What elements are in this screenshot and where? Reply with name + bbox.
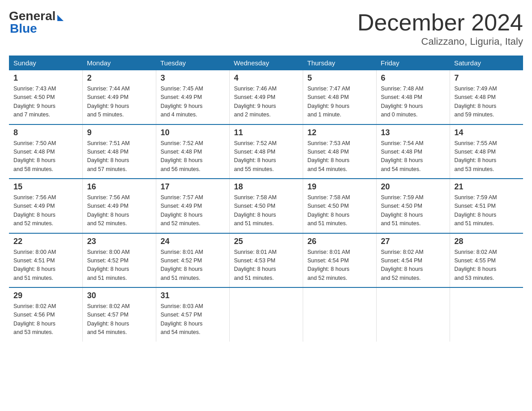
calendar-cell: 21Sunrise: 7:59 AM Sunset: 4:51 PM Dayli…	[450, 179, 523, 233]
day-info: Sunrise: 7:58 AM Sunset: 4:50 PM Dayligh…	[234, 193, 298, 228]
header-tuesday: Tuesday	[156, 56, 229, 70]
day-info: Sunrise: 8:02 AM Sunset: 4:56 PM Dayligh…	[13, 302, 78, 337]
header-sunday: Sunday	[9, 56, 82, 70]
calendar-cell: 24Sunrise: 8:01 AM Sunset: 4:52 PM Dayli…	[156, 233, 229, 288]
day-number: 26	[308, 237, 372, 246]
day-number: 8	[13, 128, 78, 137]
day-info: Sunrise: 8:02 AM Sunset: 4:57 PM Dayligh…	[87, 302, 151, 337]
calendar-cell: 2Sunrise: 7:44 AM Sunset: 4:49 PM Daylig…	[82, 70, 156, 124]
calendar-cell: 13Sunrise: 7:54 AM Sunset: 4:48 PM Dayli…	[376, 124, 450, 179]
calendar-cell: 10Sunrise: 7:52 AM Sunset: 4:48 PM Dayli…	[156, 124, 229, 179]
day-number: 7	[455, 73, 519, 83]
day-info: Sunrise: 7:46 AM Sunset: 4:49 PM Dayligh…	[234, 85, 298, 120]
location-title: Calizzano, Liguria, Italy	[357, 36, 523, 47]
day-number: 13	[381, 128, 445, 137]
day-number: 6	[381, 73, 445, 83]
calendar-cell: 26Sunrise: 8:01 AM Sunset: 4:54 PM Dayli…	[303, 233, 376, 288]
calendar-cell: 22Sunrise: 8:00 AM Sunset: 4:51 PM Dayli…	[9, 233, 82, 288]
calendar-cell: 11Sunrise: 7:52 AM Sunset: 4:48 PM Dayli…	[229, 124, 303, 179]
calendar-cell	[229, 287, 303, 342]
day-number: 28	[455, 237, 519, 246]
header-monday: Monday	[82, 56, 156, 70]
calendar-cell: 25Sunrise: 8:01 AM Sunset: 4:53 PM Dayli…	[229, 233, 303, 288]
calendar-cell: 7Sunrise: 7:49 AM Sunset: 4:48 PM Daylig…	[450, 70, 523, 124]
header-friday: Friday	[376, 56, 450, 70]
day-info: Sunrise: 8:03 AM Sunset: 4:57 PM Dayligh…	[161, 302, 225, 337]
title-block: December 2024 Calizzano, Liguria, Italy	[357, 9, 523, 47]
day-number: 1	[13, 73, 78, 83]
calendar-cell	[450, 287, 523, 342]
day-info: Sunrise: 7:58 AM Sunset: 4:50 PM Dayligh…	[308, 193, 372, 228]
calendar-cell: 16Sunrise: 7:56 AM Sunset: 4:49 PM Dayli…	[82, 179, 156, 233]
calendar-header-row: SundayMondayTuesdayWednesdayThursdayFrid…	[9, 56, 523, 70]
calendar-cell: 8Sunrise: 7:50 AM Sunset: 4:48 PM Daylig…	[9, 124, 82, 179]
day-info: Sunrise: 7:43 AM Sunset: 4:50 PM Dayligh…	[13, 85, 78, 120]
day-info: Sunrise: 7:59 AM Sunset: 4:50 PM Dayligh…	[381, 193, 445, 228]
logo-blue-text: Blue	[10, 21, 37, 36]
day-number: 12	[308, 128, 372, 137]
calendar-week-row: 15Sunrise: 7:56 AM Sunset: 4:49 PM Dayli…	[9, 179, 523, 233]
calendar-cell: 3Sunrise: 7:45 AM Sunset: 4:49 PM Daylig…	[156, 70, 229, 124]
day-info: Sunrise: 7:54 AM Sunset: 4:48 PM Dayligh…	[381, 139, 445, 174]
calendar-week-row: 22Sunrise: 8:00 AM Sunset: 4:51 PM Dayli…	[9, 233, 523, 288]
day-info: Sunrise: 7:56 AM Sunset: 4:49 PM Dayligh…	[13, 193, 78, 228]
month-title: December 2024	[357, 9, 523, 36]
day-number: 20	[381, 182, 445, 192]
calendar-cell: 4Sunrise: 7:46 AM Sunset: 4:49 PM Daylig…	[229, 70, 303, 124]
day-info: Sunrise: 7:50 AM Sunset: 4:48 PM Dayligh…	[13, 139, 78, 174]
day-number: 17	[161, 182, 225, 192]
calendar-cell: 28Sunrise: 8:02 AM Sunset: 4:55 PM Dayli…	[450, 233, 523, 288]
day-number: 18	[234, 182, 298, 192]
day-number: 23	[87, 237, 151, 246]
day-info: Sunrise: 7:59 AM Sunset: 4:51 PM Dayligh…	[455, 193, 519, 228]
calendar-cell: 29Sunrise: 8:02 AM Sunset: 4:56 PM Dayli…	[9, 287, 82, 342]
calendar-cell: 23Sunrise: 8:00 AM Sunset: 4:52 PM Dayli…	[82, 233, 156, 288]
day-number: 3	[161, 73, 225, 83]
day-number: 10	[161, 128, 225, 137]
day-number: 21	[455, 182, 519, 192]
header-saturday: Saturday	[450, 56, 523, 70]
day-info: Sunrise: 7:44 AM Sunset: 4:49 PM Dayligh…	[87, 85, 151, 120]
calendar-cell: 30Sunrise: 8:02 AM Sunset: 4:57 PM Dayli…	[82, 287, 156, 342]
day-info: Sunrise: 7:47 AM Sunset: 4:48 PM Dayligh…	[308, 85, 372, 120]
day-number: 24	[161, 237, 225, 246]
day-info: Sunrise: 8:01 AM Sunset: 4:52 PM Dayligh…	[161, 248, 225, 283]
day-number: 29	[13, 291, 78, 300]
page-header: General Blue December 2024 Calizzano, Li…	[9, 9, 523, 47]
day-number: 4	[234, 73, 298, 83]
day-info: Sunrise: 7:57 AM Sunset: 4:49 PM Dayligh…	[161, 193, 225, 228]
day-number: 15	[13, 182, 78, 192]
day-info: Sunrise: 7:52 AM Sunset: 4:48 PM Dayligh…	[234, 139, 298, 174]
calendar-cell: 15Sunrise: 7:56 AM Sunset: 4:49 PM Dayli…	[9, 179, 82, 233]
calendar-cell: 1Sunrise: 7:43 AM Sunset: 4:50 PM Daylig…	[9, 70, 82, 124]
day-number: 2	[87, 73, 151, 83]
day-number: 31	[161, 291, 225, 300]
calendar-cell: 5Sunrise: 7:47 AM Sunset: 4:48 PM Daylig…	[303, 70, 376, 124]
day-info: Sunrise: 8:00 AM Sunset: 4:52 PM Dayligh…	[87, 248, 151, 283]
calendar-week-row: 8Sunrise: 7:50 AM Sunset: 4:48 PM Daylig…	[9, 124, 523, 179]
calendar-cell: 31Sunrise: 8:03 AM Sunset: 4:57 PM Dayli…	[156, 287, 229, 342]
day-info: Sunrise: 7:51 AM Sunset: 4:48 PM Dayligh…	[87, 139, 151, 174]
day-info: Sunrise: 7:48 AM Sunset: 4:48 PM Dayligh…	[381, 85, 445, 120]
day-number: 11	[234, 128, 298, 137]
day-number: 16	[87, 182, 151, 192]
calendar-cell: 18Sunrise: 7:58 AM Sunset: 4:50 PM Dayli…	[229, 179, 303, 233]
calendar-cell: 9Sunrise: 7:51 AM Sunset: 4:48 PM Daylig…	[82, 124, 156, 179]
day-number: 14	[455, 128, 519, 137]
day-number: 22	[13, 237, 78, 246]
calendar-cell	[303, 287, 376, 342]
header-wednesday: Wednesday	[229, 56, 303, 70]
day-info: Sunrise: 7:55 AM Sunset: 4:48 PM Dayligh…	[455, 139, 519, 174]
calendar-table: SundayMondayTuesdayWednesdayThursdayFrid…	[9, 56, 523, 342]
calendar-cell: 17Sunrise: 7:57 AM Sunset: 4:49 PM Dayli…	[156, 179, 229, 233]
calendar-cell: 20Sunrise: 7:59 AM Sunset: 4:50 PM Dayli…	[376, 179, 450, 233]
calendar-week-row: 29Sunrise: 8:02 AM Sunset: 4:56 PM Dayli…	[9, 287, 523, 342]
day-number: 27	[381, 237, 445, 246]
day-info: Sunrise: 8:01 AM Sunset: 4:54 PM Dayligh…	[308, 248, 372, 283]
calendar-cell: 14Sunrise: 7:55 AM Sunset: 4:48 PM Dayli…	[450, 124, 523, 179]
calendar-week-row: 1Sunrise: 7:43 AM Sunset: 4:50 PM Daylig…	[9, 70, 523, 124]
day-info: Sunrise: 7:45 AM Sunset: 4:49 PM Dayligh…	[161, 85, 225, 120]
day-info: Sunrise: 7:56 AM Sunset: 4:49 PM Dayligh…	[87, 193, 151, 228]
day-info: Sunrise: 7:49 AM Sunset: 4:48 PM Dayligh…	[455, 85, 519, 120]
calendar-cell: 19Sunrise: 7:58 AM Sunset: 4:50 PM Dayli…	[303, 179, 376, 233]
